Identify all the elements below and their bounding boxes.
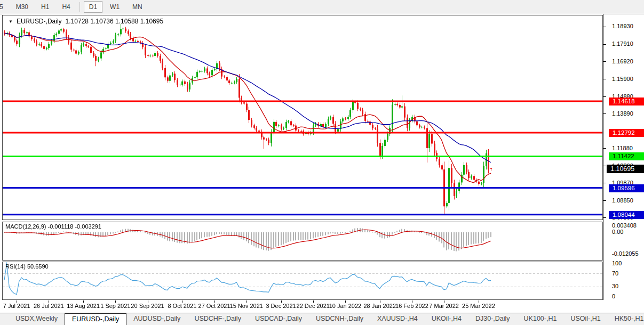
- symbol-tab-usdx[interactable]: USDX,Weekly: [9, 313, 65, 325]
- symbol-tab-xauusd[interactable]: XAUUSD-,H4: [370, 313, 425, 325]
- price-tick-label: 1.13890: [612, 110, 633, 117]
- rsi-axis-label: 70: [612, 270, 618, 277]
- price-tick-label: 1.18930: [612, 23, 633, 29]
- date-label: 7 Jul 2021: [3, 303, 30, 309]
- timeframe-h1-button[interactable]: H1: [36, 1, 54, 13]
- price-tick-mark: [603, 113, 606, 114]
- price-tick-mark: [603, 166, 606, 166]
- price-tick-label: 1.16920: [612, 58, 633, 64]
- symbol-tab-ukoil[interactable]: UKOil-,H4: [425, 313, 468, 325]
- current-price-badge: 1.10695: [607, 165, 644, 173]
- rsi-axis-label: 30: [612, 283, 618, 289]
- chevron-down-icon[interactable]: ▼: [9, 19, 13, 24]
- symbol-tab-hk50[interactable]: HK50-,H1: [608, 313, 644, 325]
- symbol-tab-usdcad[interactable]: USDCAD-,Daily: [248, 313, 309, 325]
- date-label: 20 Sep 2021: [131, 303, 164, 309]
- chart-quote-values: 1.10728 1.10736 1.10588 1.10695: [66, 18, 164, 25]
- date-label: 3 Dec 2021: [266, 303, 296, 309]
- date-label: 16 Feb 2022: [395, 303, 428, 309]
- price-level-badge[interactable]: 1.08044: [609, 211, 644, 219]
- price-tick-mark: [603, 27, 606, 27]
- timeframe-h4-button[interactable]: H4: [57, 1, 75, 13]
- price-tick-mark: [603, 183, 606, 183]
- price-level-badge[interactable]: 1.14618: [609, 98, 644, 105]
- date-label: 27 Oct 2021: [198, 303, 230, 309]
- price-tick-mark: [603, 79, 606, 79]
- chart-area: ▼ EURUSD-,Daily 1.10728 1.10736 1.10588 …: [0, 14, 644, 313]
- rsi-pane-divider[interactable]: [0, 259, 603, 262]
- rsi-axis-label: 100: [612, 260, 622, 266]
- price-tick-mark: [603, 217, 606, 218]
- price-axis[interactable]: 1.189301.179101.169201.159001.148801.138…: [603, 14, 644, 300]
- price-level-badge[interactable]: 1.12792: [609, 129, 644, 137]
- price-level-badge[interactable]: 1.11422: [609, 152, 644, 160]
- macd-indicator-label: MACD(12,26,9) -0.001118 -0.003291: [5, 223, 101, 230]
- symbol-tab-bar: USDX,WeeklyEURUSD-,DailyAUDUSD-,DailyUSD…: [0, 313, 644, 325]
- price-tick-mark: [603, 96, 606, 97]
- price-tick-label: 1.11880: [612, 145, 633, 151]
- symbol-tab-eurusd[interactable]: EURUSD-,Daily: [65, 313, 126, 325]
- date-label: 1 Sep 2021: [100, 303, 130, 309]
- chart-symbol-label: EURUSD-,Daily: [17, 18, 62, 25]
- date-label: 13 Aug 2021: [67, 303, 100, 309]
- timeframe-m30-button[interactable]: M30: [11, 1, 34, 13]
- date-label: 8 Oct 2021: [168, 303, 196, 309]
- macd-axis-label: -0.012055: [612, 250, 639, 257]
- price-level-badge[interactable]: 1.09596: [609, 184, 644, 192]
- rsi-axis-label: 0: [612, 293, 615, 299]
- price-tick-label: 1.15900: [612, 76, 633, 82]
- price-tick-mark: [603, 148, 606, 149]
- rsi-indicator-label: RSI(14) 50.6590: [5, 263, 49, 270]
- symbol-tab-audusd[interactable]: AUDUSD-,Daily: [126, 313, 187, 325]
- date-label: 7 Mar 2022: [429, 303, 459, 309]
- date-label: 28 Jan 2022: [363, 303, 396, 309]
- symbol-tab-usoil[interactable]: USOil-,H1: [563, 313, 607, 325]
- price-tick-mark: [603, 44, 606, 45]
- timeframe-w1-button[interactable]: W1: [105, 1, 125, 13]
- symbol-tab-usdcnh[interactable]: USDCNH-,Daily: [309, 313, 370, 325]
- date-label: 25 Mar 2022: [462, 303, 495, 309]
- symbol-tab-uk100[interactable]: UK100-,H1: [517, 313, 564, 325]
- symbol-tab-usdchf[interactable]: USDCHF-,Daily: [187, 313, 248, 325]
- price-tick-label: 1.17910: [612, 40, 633, 47]
- chart-title: ▼ EURUSD-,Daily 1.10728 1.10736 1.10588 …: [9, 18, 163, 25]
- price-chart-canvas[interactable]: [2, 14, 603, 300]
- macd-axis-label: 0.00: [612, 229, 623, 235]
- toolbar-separator: [79, 2, 80, 12]
- price-tick-mark: [603, 61, 606, 62]
- timeframe-m5-button[interactable]: 5: [0, 1, 9, 13]
- date-label: 15 Nov 2021: [230, 303, 263, 309]
- price-tick-mark: [603, 200, 606, 201]
- macd-pane-divider[interactable]: [0, 219, 603, 222]
- timeframe-mn-button[interactable]: MN: [127, 1, 148, 13]
- trading-terminal-window: 5 M30 H1 H4 D1 W1 MN ▼ EURUSD-,Daily 1.1…: [0, 0, 644, 325]
- date-axis[interactable]: 7 Jul 202126 Jul 202113 Aug 20211 Sep 20…: [0, 300, 644, 313]
- date-label: 22 Dec 2021: [297, 303, 330, 309]
- date-label: 26 Jul 2021: [34, 303, 64, 309]
- timeframe-toolbar: 5 M30 H1 H4 D1 W1 MN: [0, 0, 644, 14]
- price-tick-label: 1.08850: [612, 197, 633, 204]
- macd-axis-label: 0.003408: [612, 222, 637, 229]
- date-label: 10 Jan 2022: [329, 303, 362, 309]
- timeframe-d1-button[interactable]: D1: [84, 1, 102, 13]
- symbol-tab-dj30[interactable]: DJ30-,Daily: [468, 313, 517, 325]
